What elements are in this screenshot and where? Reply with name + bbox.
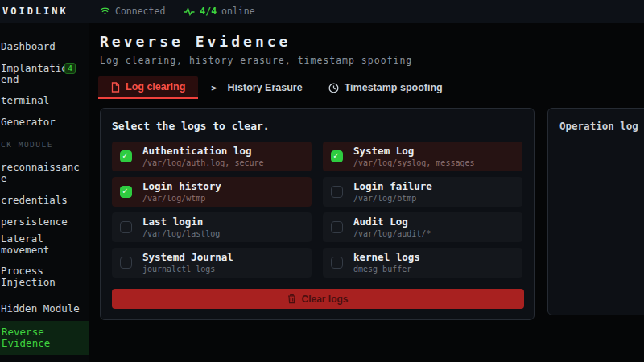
log-option-label: Authentication log <box>142 146 264 156</box>
log-option-label: System Log <box>353 146 475 156</box>
log-option-login-failure[interactable]: ✓ Login failure /var/log/btmp <box>323 177 522 207</box>
clear-logs-label: Clear logs <box>301 294 348 305</box>
sidebar-item-dashboard[interactable]: Dashboard <box>1 41 89 52</box>
log-option-label: Last login <box>142 216 220 227</box>
file-icon <box>111 82 120 93</box>
operation-log-title: Operation log ( 0 <box>559 120 644 132</box>
log-option-path: /var/log/audit/* <box>353 229 431 238</box>
online-label: online <box>221 6 255 17</box>
app-logo: VOIDLINK <box>2 6 68 17</box>
log-option-path: /var/log/syslog, messages <box>353 158 475 167</box>
checkbox-checked-icon[interactable]: ✓ <box>120 150 132 162</box>
log-option-path: journalctl logs <box>142 265 233 274</box>
count-badge: 4 <box>64 63 76 74</box>
log-option-last-login[interactable]: ✓ Last login /var/log/lastlog <box>112 212 312 242</box>
checkbox-checked-icon[interactable]: ✓ <box>331 150 343 162</box>
checkbox-unchecked-icon[interactable]: ✓ <box>331 257 343 269</box>
sidebar-header: VOIDLINK <box>0 0 89 23</box>
page-title: Reverse Evidence <box>100 33 644 50</box>
tab-label: Timestamp spoofing <box>345 82 443 93</box>
wifi-icon <box>100 7 110 16</box>
sidebar-item-persistence[interactable]: persistence <box>1 216 89 228</box>
log-option-label: Login history <box>142 181 221 191</box>
sidebar-item-reverse-evidence[interactable]: Reverse Evidence <box>0 321 89 355</box>
sidebar-item-lateral-movement[interactable]: Lateral movement <box>1 233 89 256</box>
log-option-path: /var/log/btmp <box>353 194 432 203</box>
tab-timestamp-spoofing[interactable]: Timestamp spoofing <box>316 76 456 99</box>
sidebar-item-terminal[interactable]: terminal <box>1 95 89 106</box>
sidebar-item-credentials[interactable]: credentials <box>1 195 89 206</box>
page-subtitle: Log clearing, history erasure, timestamp… <box>100 55 644 66</box>
log-option-path: /var/log/wtmp <box>142 194 221 203</box>
log-option-login-history[interactable]: ✓ Login history /var/log/wtmp <box>112 177 312 207</box>
status-bar: Connected 4/4 online <box>89 0 644 23</box>
log-options-grid: ✓ Authentication log /var/log/auth.log, … <box>112 142 522 278</box>
tab-history-erasure[interactable]: >_ History Erasure <box>198 76 315 99</box>
log-option-label: Audit Log <box>353 216 431 227</box>
sidebar-item-implantation[interactable]: Implantation end 4 <box>1 63 89 85</box>
operation-log-panel: Operation log ( 0 <box>547 108 644 315</box>
sidebar-nav-list: Dashboard Implantation end 4 terminal Ge… <box>0 23 89 362</box>
main-content: Reverse Evidence Log clearing, history e… <box>90 24 644 362</box>
log-option-authentication-log[interactable]: ✓ Authentication log /var/log/auth.log, … <box>112 142 312 171</box>
sidebar-item-label: Implantation end <box>1 62 73 85</box>
log-option-systemd-journal[interactable]: ✓ Systemd Journal journalctl logs <box>112 248 312 278</box>
log-option-kernel-logs[interactable]: ✓ kernel logs dmesg buffer <box>323 248 522 278</box>
checkbox-unchecked-icon[interactable]: ✓ <box>120 257 132 269</box>
clock-icon <box>328 83 339 93</box>
tab-log-clearing[interactable]: Log clearing <box>98 76 198 99</box>
log-option-label: Login failure <box>353 181 432 191</box>
sidebar-item-process-injection[interactable]: Process Injection <box>1 265 89 288</box>
sidebar-section-attack-module: CK MODULE <box>1 139 89 150</box>
sidebar-item-reconnaissance[interactable]: reconnaissance <box>1 162 89 184</box>
activity-icon <box>184 7 195 16</box>
sidebar-item-hidden-module[interactable]: Hidden Module <box>1 303 89 315</box>
connection-status: Connected <box>115 6 165 17</box>
trash-icon <box>287 294 296 304</box>
tab-label: History Erasure <box>228 82 303 93</box>
terminal-prompt-icon: >_ <box>211 83 221 93</box>
online-count: 4/4 <box>200 6 217 17</box>
log-option-path: /var/log/auth.log, secure <box>142 158 264 167</box>
log-option-path: /var/log/lastlog <box>142 229 220 238</box>
checkbox-checked-icon[interactable]: ✓ <box>120 186 132 198</box>
tab-bar: Log clearing >_ History Erasure Timestam… <box>98 76 644 99</box>
sidebar-item-generator[interactable]: Generator <box>1 117 89 128</box>
log-clearing-panel: Select the logs to clear. ✓ Authenticati… <box>100 108 535 320</box>
sidebar: VOIDLINK Dashboard Implantation end 4 te… <box>0 0 89 362</box>
log-option-path: dmesg buffer <box>353 265 420 274</box>
clear-logs-button[interactable]: Clear logs <box>112 289 524 309</box>
tab-label: Log clearing <box>126 81 185 93</box>
log-option-label: kernel logs <box>353 252 420 262</box>
log-option-label: Systemd Journal <box>142 252 233 262</box>
log-panel-title: Select the logs to clear. <box>112 120 522 132</box>
checkbox-unchecked-icon[interactable]: ✓ <box>120 221 132 233</box>
log-option-audit-log[interactable]: ✓ Audit Log /var/log/audit/* <box>323 212 522 242</box>
checkbox-unchecked-icon[interactable]: ✓ <box>331 186 343 198</box>
checkbox-unchecked-icon[interactable]: ✓ <box>331 221 343 233</box>
log-option-system-log[interactable]: ✓ System Log /var/log/syslog, messages <box>323 142 522 171</box>
